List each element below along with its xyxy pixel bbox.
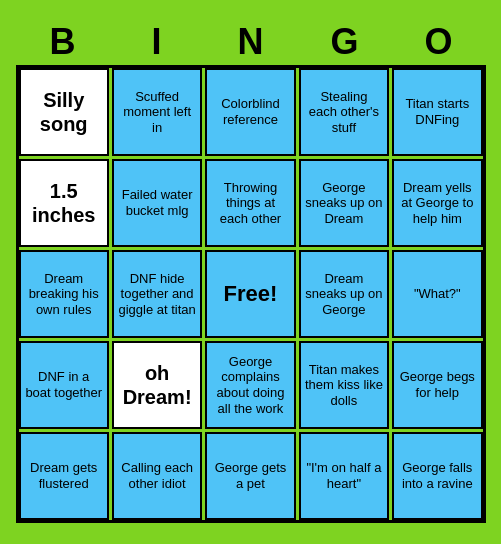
bingo-cell-0[interactable]: Silly song [19,68,109,156]
bingo-cell-3[interactable]: Stealing each other's stuff [299,68,389,156]
bingo-cell-15[interactable]: DNF in a boat together [19,341,109,429]
letter-g: G [301,21,389,63]
bingo-cell-4[interactable]: Titan starts DNFing [392,68,482,156]
bingo-cell-23[interactable]: "I'm on half a heart" [299,432,389,520]
bingo-cell-12[interactable]: Free! [205,250,295,338]
letter-b: B [19,21,107,63]
bingo-cell-9[interactable]: Dream yells at George to help him [392,159,482,247]
bingo-cell-14[interactable]: "What?" [392,250,482,338]
letter-i: I [113,21,201,63]
bingo-cell-11[interactable]: DNF hide together and giggle at titan [112,250,202,338]
bingo-cell-18[interactable]: Titan makes them kiss like dolls [299,341,389,429]
bingo-grid: Silly songScuffed moment left inColorbli… [16,65,486,523]
bingo-cell-8[interactable]: George sneaks up on Dream [299,159,389,247]
bingo-cell-19[interactable]: George begs for help [392,341,482,429]
bingo-cell-1[interactable]: Scuffed moment left in [112,68,202,156]
bingo-cell-22[interactable]: George gets a pet [205,432,295,520]
bingo-cell-17[interactable]: George complains about doing all the wor… [205,341,295,429]
bingo-cell-10[interactable]: Dream breaking his own rules [19,250,109,338]
bingo-card: B I N G O Silly songScuffed moment left … [6,11,496,533]
bingo-cell-5[interactable]: 1.5 inches [19,159,109,247]
bingo-cell-16[interactable]: oh Dream! [112,341,202,429]
letter-n: N [207,21,295,63]
bingo-cell-20[interactable]: Dream gets flustered [19,432,109,520]
bingo-cell-6[interactable]: Failed water bucket mlg [112,159,202,247]
bingo-cell-2[interactable]: Colorblind reference [205,68,295,156]
bingo-cell-7[interactable]: Throwing things at each other [205,159,295,247]
bingo-cell-13[interactable]: Dream sneaks up on George [299,250,389,338]
letter-o: O [395,21,483,63]
bingo-header: B I N G O [16,21,486,63]
bingo-cell-24[interactable]: George falls into a ravine [392,432,482,520]
bingo-cell-21[interactable]: Calling each other idiot [112,432,202,520]
